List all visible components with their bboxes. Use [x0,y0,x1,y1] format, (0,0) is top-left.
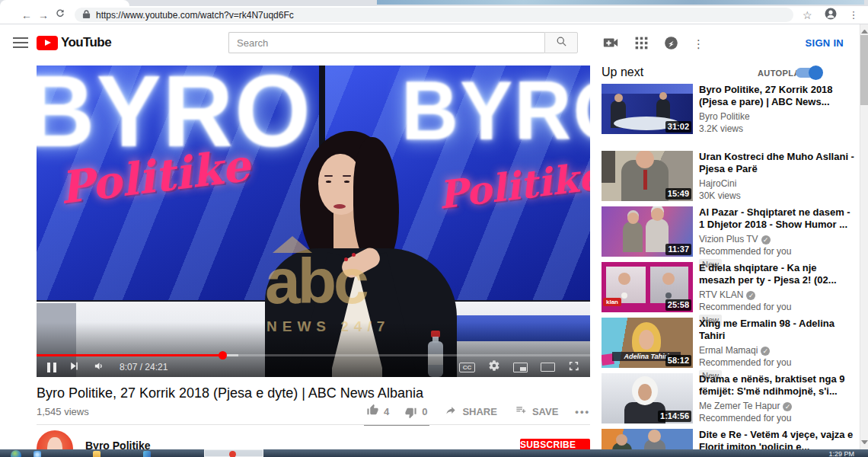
taskbar-app-dot-icon [229,451,236,457]
like-count: 4 [384,406,389,417]
autoplay-toggle[interactable] [796,68,821,78]
related-channel-name: Vizion Plus TV [699,234,758,244]
scrollbar-down-icon[interactable] [861,440,868,447]
related-channel: Byro Politike [699,111,854,122]
like-button[interactable]: 4 [366,404,389,419]
taskbar-folder-icon[interactable] [93,451,101,457]
pause-button[interactable] [47,363,56,372]
progress-played [37,354,223,356]
messages-icon[interactable] [663,35,679,54]
toggle-knob[interactable] [809,66,823,80]
video-thumbnail[interactable]: 11:37 [602,206,693,257]
more-actions-icon[interactable]: ••• [575,406,590,417]
verified-icon: ✓ [746,291,755,300]
progress-bar[interactable] [37,354,590,356]
studio-screen-subtitle: Politike [436,153,590,218]
video-player[interactable]: BYRO Politike BYRO Politike abc [37,66,590,377]
browser-theme-strip [377,0,864,5]
youtube-logo-text: YouTube [61,35,111,50]
presenter-brow [324,175,333,177]
volume-icon[interactable] [92,360,107,375]
video-thumbnail[interactable]: 15:49 [602,151,693,201]
url-bar[interactable]: https://www.youtube.com/watch?v=rk4N7uqd… [75,8,793,22]
browser-tab[interactable] [0,0,129,6]
related-video-title[interactable]: Byro Politike, 27 Korrik 2018 (Pjesa e p… [699,84,854,108]
reload-icon[interactable] [52,8,69,21]
search-input[interactable] [228,32,544,53]
list-item[interactable]: 15:49 Uran Kostreci dhe Muho Asllani - P… [602,151,854,204]
taskbar-media-icon[interactable] [143,451,151,457]
related-channel: Ermal Mamaqi✓ [699,345,854,356]
url-text[interactable]: https://www.youtube.com/watch?v=rk4N7uqd… [96,10,294,21]
duration-badge: 11:37 [665,244,691,255]
share-button[interactable]: SHARE [444,404,497,418]
verified-icon: ✓ [783,402,792,411]
presenter-eye [326,181,331,183]
theater-mode-button[interactable] [541,363,555,372]
section-divider [37,424,590,425]
taskbar-active-app[interactable] [204,449,263,457]
video-thumbnail[interactable]: 1:14:56 [602,373,693,423]
video-thumbnail[interactable]: Adelina Tahiri 58:12 [602,318,693,368]
related-video-title[interactable]: Uran Kostreci dhe Muho Asllani - Pjesa e… [699,151,854,175]
browser-toolbar: ← → https://www.youtube.com/watch?v=rk4N… [0,6,868,24]
taskbar-browser-icon[interactable] [34,451,41,457]
thumbnail-figure [623,222,643,252]
list-item[interactable]: 11:37 Al Pazar - Shqiptaret ne dasem - 1… [602,206,854,260]
scrollbar-up-icon[interactable] [861,27,868,34]
youtube-logo[interactable]: YouTube [37,35,111,50]
captions-button[interactable]: CC [459,363,475,372]
list-item[interactable]: klan 25:58 E diela shqiptare - Ka nje me… [602,262,854,315]
save-button[interactable]: SAVE [514,404,558,418]
thumbs-down-icon [404,404,417,419]
youtube-play-icon [37,36,58,50]
youtube-menu-icon[interactable]: ⋮ [693,37,704,51]
verified-icon: ✓ [761,347,770,356]
apps-grid-icon[interactable] [633,35,649,54]
related-video-title[interactable]: E diela shqiptare - Ka nje mesazh per ty… [699,262,854,286]
video-thumbnail[interactable]: 31:02 [602,84,693,134]
youtube-masthead: YouTube ⋮ SIGN IN [0,24,868,61]
hamburger-menu-icon[interactable] [13,37,28,48]
related-meta: Recommended for you [699,302,854,312]
scrollbar-thumb[interactable] [860,35,868,105]
related-channel: RTV KLAN✓ [699,289,854,300]
search-button[interactable] [544,32,578,53]
next-button[interactable] [69,360,79,374]
fullscreen-button[interactable] [568,360,579,375]
dislike-button[interactable]: 0 [404,404,427,419]
bookmark-star-icon[interactable]: ☆ [803,9,812,21]
save-label: SAVE [532,406,558,417]
windows-taskbar[interactable]: 1:29 PM [0,449,868,457]
miniplayer-button[interactable] [513,363,528,372]
sign-in-button[interactable]: SIGN IN [806,37,844,49]
start-button-icon[interactable] [11,450,21,457]
list-item[interactable]: Adelina Tahiri 58:12 Xing me Ermalin 98 … [602,318,854,371]
presenter-brow [343,175,351,177]
playlist-add-icon [514,404,528,418]
list-item[interactable]: 31:02 Byro Politike, 27 Korrik 2018 (Pje… [602,84,854,137]
page-scrollbar[interactable] [860,24,868,449]
back-icon[interactable]: ← [18,9,35,21]
duration-badge: 58:12 [665,355,691,366]
related-video-title[interactable]: Drama e nënës, braktiset nga 9 fëmijët: … [699,373,854,398]
list-item[interactable]: 1:14:56 Drama e nënës, braktiset nga 9 f… [602,373,854,427]
thumbnail-figure [611,101,626,128]
duration-badge: 25:58 [665,299,691,311]
profile-icon[interactable] [824,7,838,24]
lock-icon [82,8,91,22]
related-video-title[interactable]: Al Pazar - Shqiptaret ne dasem - 1 Dhjet… [699,206,854,231]
related-channel-name: Me Zemer Te Hapur [699,401,780,411]
browser-window: ← → https://www.youtube.com/watch?v=rk4N… [0,0,868,457]
share-label: SHARE [462,406,497,417]
forward-icon[interactable]: → [35,9,52,21]
related-video-title[interactable]: Xing me Ermalin 98 - Adelina Tahiri [699,318,854,342]
browser-menu-icon[interactable]: ⋮ [849,9,859,21]
related-meta: 3.2K views [699,123,854,134]
time-display: 8:07 / 24:21 [120,362,168,372]
create-video-icon[interactable] [602,34,620,54]
video-thumbnail[interactable]: klan 25:58 [602,262,693,312]
settings-gear-icon[interactable] [488,360,500,375]
related-channel: Vizion Plus TV✓ [699,234,854,244]
taskbar-clock[interactable]: 1:29 PM [828,450,854,457]
